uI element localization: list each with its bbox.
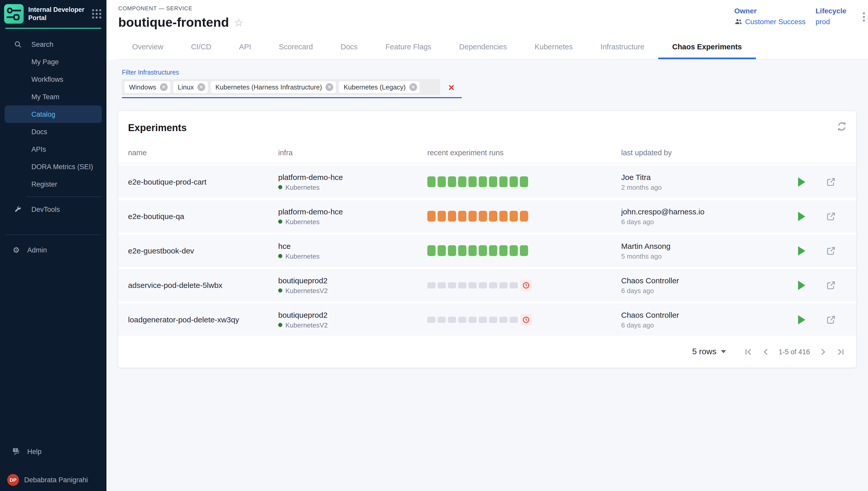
tab-feature-flags[interactable]: Feature Flags <box>372 36 445 59</box>
run-indicator[interactable] <box>499 245 508 256</box>
run-indicator[interactable] <box>438 282 446 288</box>
sidebar-item-register[interactable]: Register <box>5 175 102 193</box>
sidebar-item-dora-metrics[interactable]: DORA Metrics (SEI) <box>5 158 102 175</box>
run-indicator[interactable] <box>438 176 446 187</box>
run-indicator[interactable] <box>510 282 518 288</box>
run-indicator[interactable] <box>468 176 477 187</box>
run-experiment-button[interactable] <box>798 211 805 221</box>
run-indicator[interactable] <box>448 176 456 187</box>
run-indicator[interactable] <box>520 176 528 187</box>
run-indicator[interactable] <box>458 316 466 323</box>
open-experiment-icon[interactable] <box>826 280 836 290</box>
run-indicator[interactable] <box>499 176 508 187</box>
table-row[interactable]: adservice-pod-delete-5lwbx boutiqueprod2… <box>118 269 856 301</box>
run-indicator[interactable] <box>510 211 518 222</box>
tab-dependencies[interactable]: Dependencies <box>445 36 521 59</box>
run-indicator[interactable] <box>479 211 487 222</box>
run-indicator[interactable] <box>427 316 436 323</box>
run-indicator[interactable] <box>427 176 436 187</box>
chip-remove-icon[interactable]: ✕ <box>198 83 205 91</box>
open-experiment-icon[interactable] <box>826 246 836 256</box>
sidebar-item-workflows[interactable]: Workflows <box>5 70 102 88</box>
tab-chaos-experiments[interactable]: Chaos Experiments <box>658 36 756 59</box>
tab-kubernetes[interactable]: Kubernetes <box>521 36 586 59</box>
first-page-button[interactable] <box>740 343 757 360</box>
run-indicator[interactable] <box>458 282 466 288</box>
apps-grid-icon[interactable] <box>92 9 101 19</box>
chip-remove-icon[interactable]: ✕ <box>325 83 333 91</box>
run-indicator[interactable] <box>489 316 497 323</box>
chip-remove-icon[interactable]: ✕ <box>409 83 417 91</box>
run-indicator[interactable] <box>458 211 466 222</box>
run-indicator[interactable] <box>427 282 436 288</box>
sidebar-item-catalog[interactable]: Catalog <box>5 106 102 123</box>
favorite-star-icon[interactable]: ☆ <box>234 17 243 28</box>
run-indicator[interactable] <box>479 245 487 256</box>
run-indicator[interactable] <box>499 211 508 222</box>
tab-docs[interactable]: Docs <box>327 36 372 59</box>
chip-remove-icon[interactable]: ✕ <box>160 83 168 91</box>
table-row[interactable]: loadgenerator-pod-delete-xw3qy boutiquep… <box>118 304 856 336</box>
tab-infrastructure[interactable]: Infrastructure <box>587 36 659 59</box>
tab-cicd[interactable]: CI/CD <box>177 36 225 59</box>
run-indicator[interactable] <box>479 316 487 323</box>
table-row[interactable]: e2e-guestbook-dev hce Kubernetes Martin … <box>118 234 856 267</box>
sidebar-item-apis[interactable]: APIs <box>5 140 102 158</box>
run-indicator[interactable] <box>468 245 477 256</box>
run-indicator[interactable] <box>448 211 456 222</box>
table-row[interactable]: e2e-boutique-qa platform-demo-hce Kubern… <box>118 200 856 232</box>
run-indicator[interactable] <box>510 245 518 256</box>
run-indicator[interactable] <box>438 211 446 222</box>
sidebar-item-devtools[interactable]: DevTools <box>5 201 102 218</box>
previous-page-button[interactable] <box>757 343 774 360</box>
clear-filters-icon[interactable]: × <box>449 82 454 92</box>
run-indicator[interactable] <box>468 211 477 222</box>
run-indicator[interactable] <box>479 176 487 187</box>
refresh-icon[interactable] <box>836 120 848 133</box>
scheduled-clock-icon[interactable] <box>520 314 532 325</box>
open-experiment-icon[interactable] <box>826 177 836 187</box>
tab-api[interactable]: API <box>225 36 265 59</box>
run-indicator[interactable] <box>520 211 528 222</box>
tab-overview[interactable]: Overview <box>118 36 177 59</box>
tab-scorecard[interactable]: Scorecard <box>265 36 327 59</box>
run-indicator[interactable] <box>499 316 508 323</box>
run-indicator[interactable] <box>510 316 518 323</box>
run-indicator[interactable] <box>448 316 456 323</box>
sidebar-item-search[interactable]: Search <box>5 35 102 53</box>
run-indicator[interactable] <box>489 211 497 222</box>
next-page-button[interactable] <box>814 343 832 360</box>
sidebar-item-my-page[interactable]: My Page <box>5 53 102 70</box>
last-page-button[interactable] <box>832 343 849 360</box>
run-experiment-button[interactable] <box>798 281 805 290</box>
run-indicator[interactable] <box>427 245 436 256</box>
filter-chips-input[interactable]: Windows ✕ Linux ✕ Kubernetes (Harness In… <box>122 79 440 95</box>
run-experiment-button[interactable] <box>798 177 805 186</box>
sidebar-item-admin[interactable]: ⚙ Admin <box>5 241 102 259</box>
run-indicator[interactable] <box>468 282 477 288</box>
run-indicator[interactable] <box>520 245 528 256</box>
run-indicator[interactable] <box>489 176 497 187</box>
sidebar-item-my-team[interactable]: My Team <box>5 88 102 106</box>
run-indicator[interactable] <box>438 245 446 256</box>
kebab-menu-icon[interactable] <box>861 10 867 23</box>
owner-link[interactable]: Customer Success <box>734 18 806 26</box>
run-indicator[interactable] <box>510 176 518 187</box>
run-indicator[interactable] <box>427 211 436 222</box>
table-row[interactable]: e2e-boutique-prod-cart platform-demo-hce… <box>118 166 856 198</box>
filter-label[interactable]: Filter Infrastructures <box>122 69 868 76</box>
sidebar-item-docs[interactable]: Docs <box>5 123 102 140</box>
run-indicator[interactable] <box>458 176 466 187</box>
run-indicator[interactable] <box>489 282 497 288</box>
run-experiment-button[interactable] <box>798 315 805 324</box>
run-indicator[interactable] <box>499 282 508 288</box>
run-indicator[interactable] <box>458 245 466 256</box>
run-experiment-button[interactable] <box>798 246 805 255</box>
rows-per-page-select[interactable]: 5 rows <box>692 347 726 356</box>
open-experiment-icon[interactable] <box>826 314 836 325</box>
user-menu[interactable]: DP Debabrata Panigrahi <box>0 471 107 488</box>
sidebar-item-help[interactable]: ? Help <box>5 443 102 460</box>
open-experiment-icon[interactable] <box>826 211 836 221</box>
run-indicator[interactable] <box>479 282 487 288</box>
run-indicator[interactable] <box>438 316 446 323</box>
